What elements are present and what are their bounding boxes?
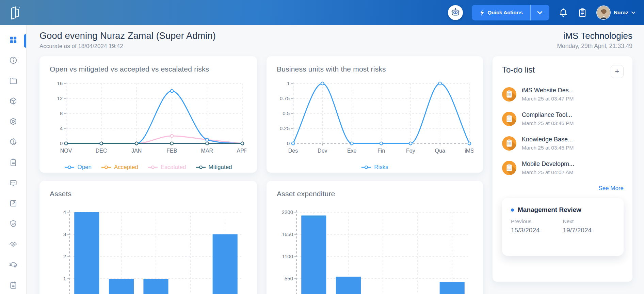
topbar: Quick Actions <box>0 0 644 25</box>
todo-item-timestamp: March 25 at 03:45 PM <box>522 145 574 151</box>
bullet-dot <box>511 208 514 212</box>
sidebar-item-processes[interactable] <box>0 111 26 132</box>
chart-title: Assets <box>50 190 247 198</box>
todo-item-timestamp: March 25 at 04:02 AM <box>522 169 574 175</box>
legend-item-open[interactable]: Open <box>64 164 92 171</box>
quick-actions-label: Quick Actions <box>487 10 523 16</box>
todo-clipboard-icon <box>502 161 516 175</box>
quick-actions-button[interactable]: Quick Actions <box>472 5 530 20</box>
dashboard-app: Quick Actions <box>0 0 644 294</box>
sidebar-item-info[interactable] <box>0 50 26 71</box>
svg-text:0.75: 0.75 <box>280 95 290 101</box>
legend-item-accepted[interactable]: Accepted <box>101 164 138 171</box>
svg-text:Foy: Foy <box>406 148 415 154</box>
svg-text:MAR: MAR <box>201 148 213 154</box>
todo-item-title: Knowledge Base... <box>522 136 574 143</box>
assets-chart[interactable]: SoftwarePeopleInformation01234 <box>50 203 247 294</box>
clipboard-icon <box>9 158 18 167</box>
svg-text:550: 550 <box>285 276 293 281</box>
legend-marker-icon <box>196 165 206 169</box>
sidebar-item-compliance[interactable] <box>0 214 26 234</box>
dashboard-grid-icon <box>9 35 18 44</box>
svg-text:2200: 2200 <box>282 209 293 215</box>
page-header: Good evening Nuraz Zamal (Super Admin) A… <box>39 31 632 50</box>
sidebar-item-risks[interactable] <box>0 132 26 152</box>
legend-label: Mitigated <box>209 164 232 171</box>
svg-text:4: 4 <box>60 125 63 131</box>
svg-text:8: 8 <box>60 110 63 116</box>
external-link-icon <box>9 199 18 208</box>
svg-text:Fin: Fin <box>377 148 385 154</box>
svg-text:DEC: DEC <box>96 148 107 154</box>
risks-status-chart[interactable]: NOVDECJANFEBMARAPR0481216OpenAcceptedEsc… <box>50 79 247 171</box>
svg-text:4: 4 <box>63 209 66 215</box>
todo-list-item[interactable]: Mobile Developm... March 25 at 04:02 AM <box>502 160 624 175</box>
todo-list-item[interactable]: iMS Website Des... March 25 at 03:47 PM <box>502 87 624 102</box>
svg-text:0: 0 <box>287 140 290 146</box>
open-book-logo-icon <box>9 6 21 19</box>
chart-legend: Risks <box>277 164 473 171</box>
business-units-chart[interactable]: DesDevExeFinFoyQuaiMS00.250.50.751Risks <box>277 79 473 171</box>
sidebar-item-planner[interactable] <box>0 275 26 294</box>
robot-icon <box>450 7 461 18</box>
handshake-icon <box>9 240 18 249</box>
quick-actions-dropdown-button[interactable] <box>530 5 549 20</box>
sidebar-nav <box>0 25 27 294</box>
legend-marker-icon <box>101 165 111 169</box>
info-icon <box>9 56 18 65</box>
legend-item-risks[interactable]: Risks <box>361 164 388 171</box>
sidebar-item-documents[interactable] <box>0 71 26 91</box>
user-avatar <box>596 5 611 20</box>
company-name: iMS Technologies <box>557 31 633 41</box>
alert-badge-icon <box>9 138 18 146</box>
todo-list-item[interactable]: Knowledge Base... March 25 at 03:45 PM <box>502 136 624 151</box>
risks-status-chart-card: Open vs mitigated vs accepted vs escalat… <box>39 56 257 173</box>
user-menu[interactable]: Nuraz <box>596 5 635 20</box>
todo-panel: To-do list + <box>493 56 632 282</box>
sidebar-item-dashboard[interactable] <box>0 30 26 50</box>
chart-canvas: DesDevExeFinFoyQuaiMS00.250.50.751 <box>277 79 473 160</box>
legend-item-mitigated[interactable]: Mitigated <box>196 164 232 171</box>
todo-item-timestamp: March 25 at 03:47 PM <box>522 96 574 102</box>
todo-item-title: iMS Website Des... <box>522 87 574 94</box>
todo-list-item[interactable]: Compliance Tool... March 25 at 03:46 PM <box>502 111 624 126</box>
nut-icon <box>9 117 18 126</box>
legend-label: Risks <box>374 164 388 171</box>
chevron-down-icon <box>537 11 543 14</box>
sidebar-item-audits[interactable] <box>0 152 26 173</box>
notebook-icon <box>9 281 18 290</box>
sidebar-item-appraisals[interactable] <box>0 173 26 193</box>
asset-expenditure-chart-card: Asset expenditure SoftwarePeopleInformat… <box>267 181 483 294</box>
sidebar-item-assets[interactable] <box>0 91 26 111</box>
tasks-clipboard-icon[interactable] <box>577 7 587 18</box>
svg-text:0.25: 0.25 <box>280 125 290 131</box>
app-logo[interactable] <box>9 4 24 21</box>
cube-icon <box>9 97 18 106</box>
lightning-bolt-icon <box>479 10 484 16</box>
svg-text:APR: APR <box>237 148 246 154</box>
asset-expenditure-chart[interactable]: SoftwarePeopleInformation055011001650220… <box>277 203 473 294</box>
notifications-bell-icon[interactable] <box>558 7 568 18</box>
review-next-date: 19/7/2024 <box>563 227 615 234</box>
chart-canvas: NOVDECJANFEBMARAPR0481216 <box>50 79 246 160</box>
dashboard-grid: Open vs mitigated vs accepted vs escalat… <box>39 56 632 294</box>
legend-item-escalated[interactable]: Escalated <box>148 164 186 171</box>
svg-text:0: 0 <box>60 140 63 146</box>
todo-clipboard-icon <box>502 87 516 102</box>
todo-clipboard-icon <box>502 112 516 126</box>
review-previous-label: Previous <box>511 218 563 225</box>
sidebar-item-partners[interactable] <box>0 234 26 254</box>
sidebar-item-suppliers[interactable] <box>0 254 26 275</box>
legend-marker-icon <box>148 165 158 169</box>
sidebar-item-exports[interactable] <box>0 193 26 214</box>
svg-text:FEB: FEB <box>166 148 177 154</box>
chart-canvas: SoftwarePeopleInformation01234 <box>50 203 246 294</box>
svg-text:Qua: Qua <box>435 148 445 154</box>
greeting-title: Good evening Nuraz Zamal (Super Admin) <box>39 31 216 41</box>
see-more-link[interactable]: See More <box>502 185 624 192</box>
chatbot-button[interactable] <box>448 5 463 20</box>
user-name: Nuraz <box>614 10 628 16</box>
add-todo-button[interactable]: + <box>611 65 624 78</box>
management-review-card[interactable]: Management Review Previous 15/3/2024 Nex… <box>502 198 624 256</box>
svg-text:1: 1 <box>287 80 290 86</box>
